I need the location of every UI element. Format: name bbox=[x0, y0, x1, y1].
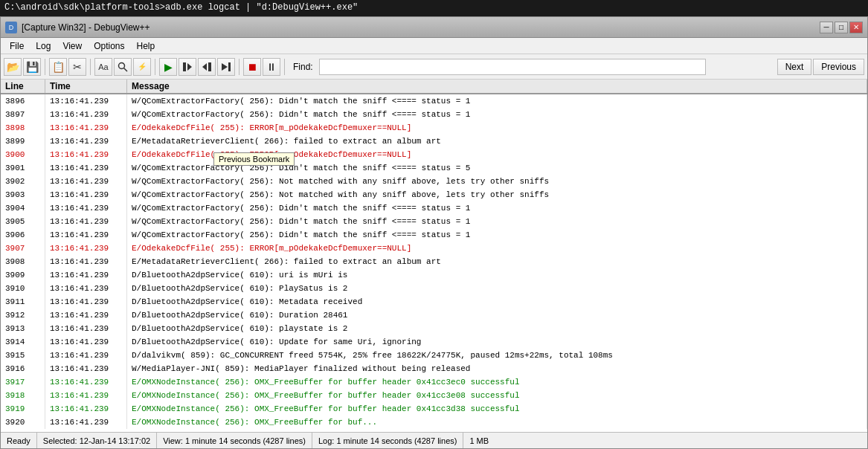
cell-line: 3920 bbox=[1, 416, 45, 429]
cell-time: 13:16:41.239 bbox=[45, 295, 127, 309]
search-button[interactable] bbox=[114, 58, 132, 76]
cell-time: 13:16:41.239 bbox=[45, 349, 127, 362]
table-row[interactable]: 3896 13:16:41.239 W/QComExtractorFactory… bbox=[1, 94, 867, 108]
table-row[interactable]: 3910 13:16:41.239 D/BluetoothA2dpService… bbox=[1, 282, 867, 295]
go-end-button[interactable] bbox=[217, 58, 235, 76]
cell-time: 13:16:41.239 bbox=[45, 335, 127, 349]
cell-line: 3916 bbox=[1, 362, 45, 375]
table-row[interactable]: 3913 13:16:41.239 D/BluetoothA2dpService… bbox=[1, 322, 867, 335]
cell-time: 13:16:41.239 bbox=[45, 322, 127, 335]
menu-log[interactable]: Log bbox=[30, 39, 57, 53]
table-row[interactable]: 3917 13:16:41.239 E/OMXNodeInstance( 256… bbox=[1, 375, 867, 389]
cell-message: D/dalvikvm( 859): GC_CONCURRENT freed 57… bbox=[127, 349, 867, 362]
cell-time: 13:16:41.239 bbox=[45, 121, 127, 135]
status-selected: Selected: 12-Jan-14 13:17:02 bbox=[37, 433, 157, 448]
stop-button[interactable]: ⏹ bbox=[243, 58, 261, 76]
cell-message: D/BluetoothA2dpService( 610): Duration 2… bbox=[127, 309, 867, 322]
table-row[interactable]: 3908 13:16:41.239 E/MetadataRetrieverCli… bbox=[1, 255, 867, 268]
table-row[interactable]: 3901 13:16:41.239 W/QComExtractorFactory… bbox=[1, 161, 867, 175]
find-label: Find: bbox=[289, 62, 318, 72]
cut-button[interactable]: ✂ bbox=[68, 58, 86, 76]
go-backward-button[interactable] bbox=[198, 58, 216, 76]
table-row[interactable]: 3904 13:16:41.239 W/QComExtractorFactory… bbox=[1, 201, 867, 215]
menu-file[interactable]: File bbox=[4, 39, 30, 53]
cell-message: W/QComExtractorFactory( 256): Didn't mat… bbox=[127, 215, 867, 228]
header-line: Line bbox=[1, 80, 45, 93]
cell-message: W/QComExtractorFactory( 256): Not matche… bbox=[127, 188, 867, 201]
previous-button[interactable]: Previous bbox=[813, 59, 864, 75]
table-row[interactable]: 3900 13:16:41.239 E/OdekakeDcfFile( 255)… bbox=[1, 148, 867, 161]
cell-time: 13:16:41.239 bbox=[45, 94, 127, 108]
app-icon-letter: D bbox=[9, 24, 14, 31]
cell-message: D/BluetoothA2dpService( 610): Metadata r… bbox=[127, 295, 867, 309]
run-button[interactable]: ▶ bbox=[159, 58, 177, 76]
table-row[interactable]: 3914 13:16:41.239 D/BluetoothA2dpService… bbox=[1, 335, 867, 349]
log-body[interactable]: 3896 13:16:41.239 W/QComExtractorFactory… bbox=[1, 94, 867, 432]
font-button[interactable]: Aa bbox=[94, 58, 112, 76]
header-message: Message bbox=[127, 80, 867, 93]
cmd-bar: C:\android\sdk\platform-tools>adb.exe lo… bbox=[0, 0, 868, 16]
table-row[interactable]: 3919 13:16:41.239 E/OMXNodeInstance( 256… bbox=[1, 402, 867, 416]
filter-button[interactable]: ⚡ bbox=[133, 58, 151, 76]
cell-message: E/OMXNodeInstance( 256): OMX_FreeBuffer … bbox=[127, 416, 867, 429]
cell-message: W/QComExtractorFactory( 256): Not matche… bbox=[127, 175, 867, 188]
open-button[interactable]: 📂 bbox=[4, 58, 22, 76]
svg-rect-4 bbox=[208, 62, 211, 71]
table-row[interactable]: 3920 13:16:41.239 E/OMXNodeInstance( 256… bbox=[1, 416, 867, 429]
table-row[interactable]: 3897 13:16:41.239 W/QComExtractorFactory… bbox=[1, 108, 867, 121]
table-row[interactable]: 3911 13:16:41.239 D/BluetoothA2dpService… bbox=[1, 295, 867, 309]
table-row[interactable]: 3903 13:16:41.239 W/QComExtractorFactory… bbox=[1, 188, 867, 201]
cell-line: 3915 bbox=[1, 349, 45, 362]
cell-message: W/QComExtractorFactory( 256): Didn't mat… bbox=[127, 94, 867, 108]
cell-time: 13:16:41.239 bbox=[45, 362, 127, 375]
table-row[interactable]: 3915 13:16:41.239 D/dalvikvm( 859): GC_C… bbox=[1, 349, 867, 362]
svg-rect-2 bbox=[183, 62, 186, 71]
cell-message: D/BluetoothA2dpService( 610): Update for… bbox=[127, 335, 867, 349]
close-button[interactable]: ✕ bbox=[849, 22, 863, 33]
table-row[interactable]: 3905 13:16:41.239 W/QComExtractorFactory… bbox=[1, 215, 867, 228]
go-forward-button[interactable] bbox=[179, 58, 196, 76]
header-time: Time bbox=[45, 80, 127, 93]
menu-help[interactable]: Help bbox=[131, 39, 161, 53]
table-row[interactable]: 3899 13:16:41.239 E/MetadataRetrieverCli… bbox=[1, 135, 867, 148]
menu-view[interactable]: View bbox=[57, 39, 88, 53]
menu-bar: File Log View Options Help bbox=[1, 38, 867, 54]
cell-line: 3899 bbox=[1, 135, 45, 148]
table-row[interactable]: 3907 13:16:41.239 E/OdekakeDcfFile( 255)… bbox=[1, 242, 867, 255]
next-button[interactable]: Next bbox=[777, 59, 812, 75]
table-row[interactable]: 3902 13:16:41.239 W/QComExtractorFactory… bbox=[1, 175, 867, 188]
app-icon: D bbox=[5, 22, 17, 33]
status-log: Log: 1 minute 14 seconds (4287 lines) bbox=[312, 433, 464, 448]
maximize-button[interactable]: □ bbox=[835, 22, 848, 33]
menu-options[interactable]: Options bbox=[88, 39, 130, 53]
table-row[interactable]: 3918 13:16:41.239 E/OMXNodeInstance( 256… bbox=[1, 389, 867, 402]
go-forward-icon bbox=[182, 62, 193, 72]
svg-marker-3 bbox=[187, 63, 192, 71]
table-row[interactable]: 3916 13:16:41.239 W/MediaPlayer-JNI( 859… bbox=[1, 362, 867, 375]
cmd-text: C:\android\sdk\platform-tools>adb.exe lo… bbox=[4, 2, 358, 13]
cell-message: D/BluetoothA2dpService( 610): playstate … bbox=[127, 322, 867, 335]
table-row[interactable]: 3898 13:16:41.239 E/OdekakeDcfFile( 255)… bbox=[1, 121, 867, 135]
go-backward-icon bbox=[202, 62, 212, 72]
cell-line: 3909 bbox=[1, 268, 45, 282]
save-button[interactable]: 💾 bbox=[23, 58, 41, 76]
cell-time: 13:16:41.239 bbox=[45, 389, 127, 402]
table-row[interactable]: 3912 13:16:41.239 D/BluetoothA2dpService… bbox=[1, 309, 867, 322]
cell-message: W/QComExtractorFactory( 256): Didn't mat… bbox=[127, 228, 867, 242]
cell-line: 3896 bbox=[1, 94, 45, 108]
pause-button[interactable]: ⏸ bbox=[263, 58, 280, 76]
cell-time: 13:16:41.239 bbox=[45, 188, 127, 201]
table-row[interactable]: 3909 13:16:41.239 D/BluetoothA2dpService… bbox=[1, 268, 867, 282]
cell-line: 3911 bbox=[1, 295, 45, 309]
cell-line: 3912 bbox=[1, 309, 45, 322]
svg-rect-7 bbox=[228, 62, 231, 71]
cell-time: 13:16:41.239 bbox=[45, 416, 127, 429]
minimize-button[interactable]: ─ bbox=[820, 22, 833, 33]
cell-line: 3901 bbox=[1, 161, 45, 175]
title-bar-buttons: ─ □ ✕ bbox=[820, 22, 863, 33]
window-title: [Capture Win32] - DebugView++ bbox=[22, 22, 150, 33]
cell-message: E/OMXNodeInstance( 256): OMX_FreeBuffer … bbox=[127, 375, 867, 389]
copy-button[interactable]: 📋 bbox=[49, 58, 67, 76]
find-input[interactable] bbox=[319, 59, 706, 75]
table-row[interactable]: 3906 13:16:41.239 W/QComExtractorFactory… bbox=[1, 228, 867, 242]
